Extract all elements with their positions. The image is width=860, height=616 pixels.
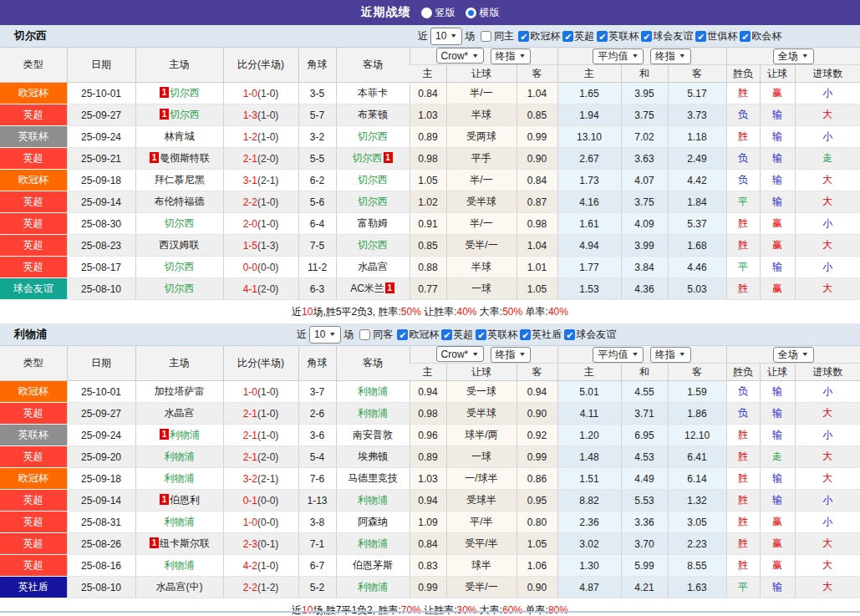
halftime-score: (0-1)	[257, 538, 278, 550]
odds-away: 0.80	[517, 512, 557, 533]
red-card-badge: 1	[385, 283, 394, 293]
result-handicap: 赢	[760, 512, 795, 533]
league-checkbox[interactable]: ✔英联杯	[597, 29, 639, 43]
halftime-score: (1-0)	[257, 430, 278, 441]
team-label: 马德里竞技	[348, 472, 398, 484]
odds-handicap: 一/球半	[446, 468, 517, 490]
col-result-handicap: 让球	[760, 364, 795, 381]
score-cell: 1-0(0-0)	[223, 512, 298, 533]
same-venue-checkbox[interactable]: 同主	[481, 29, 514, 43]
avg-home: 4.16	[557, 191, 621, 213]
corners-cell: 3-5	[298, 83, 336, 104]
match-date: 25-08-31	[67, 512, 135, 533]
fulltime-score: 2-3	[243, 538, 257, 550]
score-cell: 3-2(2-1)	[223, 468, 298, 490]
red-card-badge: 1	[160, 494, 169, 505]
corners-cell: 3-6	[298, 425, 336, 446]
league-checkbox[interactable]: ✔世俱杯	[695, 29, 737, 43]
average-time-select[interactable]: 终指▼	[650, 48, 691, 64]
league-label: 球会友谊	[576, 328, 616, 342]
away-team-cell: 马德里竞技	[336, 468, 410, 490]
league-checkbox[interactable]: ✔英超	[441, 328, 473, 342]
layout-radio[interactable]: 横版	[466, 6, 500, 20]
odds-time-select[interactable]: 终指▼	[491, 347, 532, 363]
result-outcome: 负	[726, 104, 760, 126]
fulltime-score: 1-3	[243, 109, 257, 121]
match-date: 25-08-16	[67, 555, 135, 577]
home-team-cell: 1切尔西	[135, 83, 223, 104]
score-cell: 4-2(1-0)	[223, 555, 298, 577]
checkbox-checked-icon: ✔	[695, 31, 706, 42]
odds-source-select[interactable]: Crow*▼	[436, 48, 485, 64]
home-team-cell: 1伯恩利	[135, 490, 223, 512]
result-handicap: 输	[760, 104, 795, 126]
odds-home: 1.03	[410, 468, 446, 490]
halftime-score: (1-0)	[257, 109, 278, 121]
match-count-select[interactable]: 10▼	[430, 28, 462, 45]
result-goals: 大	[795, 555, 860, 577]
home-team-cell: 1曼彻斯特联	[135, 148, 223, 170]
league-label: 球会友谊	[653, 29, 693, 43]
chevron-down-icon: ▼	[631, 53, 639, 59]
summary-text: 场,胜7平1负2, 胜率:	[313, 603, 400, 616]
odds-home: 0.84	[410, 533, 446, 555]
league-checkbox[interactable]: ✔英社盾	[520, 328, 562, 342]
average-time-select[interactable]: 终指▼	[650, 347, 691, 363]
odds-time-select[interactable]: 终指▼	[491, 48, 532, 64]
league-checkbox[interactable]: ✔球会友谊	[564, 328, 616, 342]
match-row: 英超25-08-31利物浦1-0(0-0)3-8阿森纳1.09平/半0.802.…	[0, 512, 860, 533]
result-handicap: 输	[760, 403, 795, 425]
checkbox-checked-icon: ✔	[397, 329, 408, 340]
result-outcome: 胜	[726, 468, 760, 490]
match-row: 欧冠杯25-09-18拜仁慕尼黑3-1(2-1)6-2切尔西1.05半/一0.8…	[0, 170, 860, 191]
match-date: 25-08-17	[67, 257, 135, 278]
checkbox-checked-icon: ✔	[441, 329, 452, 340]
col-home: 主场	[135, 346, 223, 381]
odds-away: 0.90	[517, 577, 557, 598]
match-date: 25-10-01	[67, 381, 135, 403]
same-venue-checkbox[interactable]: 同客	[359, 328, 393, 342]
match-date: 25-08-10	[67, 278, 135, 300]
summary-stat-value: 50%	[401, 306, 421, 318]
avg-away: 2.49	[668, 148, 726, 170]
league-checkbox[interactable]: ✔欧冠杯	[518, 29, 560, 43]
checkbox-checked-icon: ✔	[520, 329, 531, 340]
fulltime-score: 3-2	[243, 473, 257, 485]
avg-draw: 6.95	[621, 425, 668, 446]
period-select[interactable]: 全场▼	[773, 48, 814, 64]
average-select[interactable]: 平均值▼	[593, 347, 644, 363]
odds-source-select[interactable]: Crow*▼	[436, 346, 485, 362]
summary-text: 近	[292, 603, 302, 616]
avg-draw: 7.02	[621, 126, 668, 148]
odds-away: 0.98	[517, 213, 557, 235]
home-team-cell: 利物浦	[135, 446, 223, 468]
league-checkbox[interactable]: ✔球会友谊	[641, 29, 693, 43]
match-date: 25-09-27	[67, 403, 135, 425]
odds-home: 1.02	[410, 191, 446, 213]
record-summary: 近10场,胜5平2负3, 胜率:50% 让胜率:40% 大率:50% 单率:40…	[0, 300, 860, 323]
league-checkbox[interactable]: ✔欧冠杯	[397, 328, 439, 342]
result-handicap: 输	[760, 468, 795, 490]
halftime-score: (2-0)	[257, 451, 278, 463]
team-label: 西汉姆联	[160, 239, 200, 251]
chevron-down-icon: ▼	[471, 351, 479, 358]
result-handicap: 赢	[760, 555, 795, 577]
result-outcome: 平	[726, 191, 760, 213]
home-team-cell: 拜仁慕尼黑	[135, 170, 223, 191]
layout-radio[interactable]: 竖版	[421, 6, 455, 20]
result-goals: 大	[795, 468, 860, 490]
odds-handicap: 受平/半	[446, 533, 517, 555]
away-team-cell: 切尔西	[336, 170, 410, 191]
odds-away: 1.05	[517, 278, 557, 300]
match-date: 25-09-24	[67, 126, 135, 148]
halftime-score: (1-0)	[257, 196, 278, 208]
league-checkbox[interactable]: ✔欧会杯	[740, 29, 781, 43]
period-select[interactable]: 全场▼	[773, 347, 814, 363]
filter-bar: 近 10▼ 场 同主 ✔欧冠杯✔英超✔英联杯✔球会友谊✔世俱杯✔欧会杯	[418, 25, 781, 47]
average-select[interactable]: 平均值▼	[593, 48, 644, 64]
match-count-select[interactable]: 10▼	[309, 326, 341, 344]
result-outcome: 胜	[726, 213, 760, 235]
league-checkbox[interactable]: ✔英联杯	[476, 328, 517, 342]
corners-cell: 2-6	[298, 403, 336, 425]
league-checkbox[interactable]: ✔英超	[562, 29, 594, 43]
